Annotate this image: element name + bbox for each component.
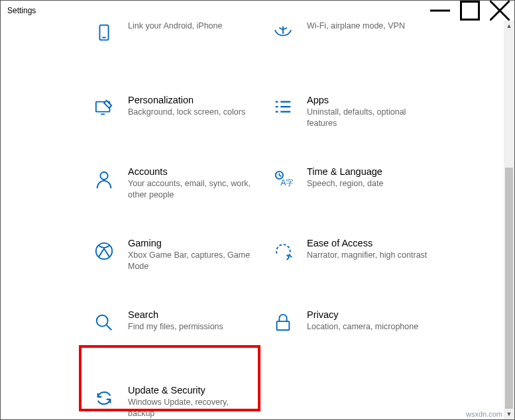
tile-desc: Your accounts, email, sync, work, other …: [128, 178, 254, 201]
tile-time-language[interactable]: A字 Time & Language Speech, region, date: [266, 158, 438, 218]
tile-apps[interactable]: Apps Uninstall, defaults, optional featu…: [266, 87, 438, 146]
tile-desc: Location, camera, microphone: [307, 321, 418, 333]
maximize-button[interactable]: [455, 1, 485, 21]
window-controls: [425, 1, 514, 21]
apps-icon: [271, 96, 295, 120]
close-button[interactable]: [485, 1, 514, 21]
phone-icon: [92, 22, 116, 46]
lock-icon: [271, 311, 295, 335]
watermark: wsxdn.com: [466, 410, 502, 418]
personalization-icon: [92, 96, 116, 120]
tile-personalization[interactable]: Personalization Background, lock screen,…: [87, 87, 259, 146]
tile-network[interactable]: Wi-Fi, airplane mode, VPN: [266, 21, 438, 60]
tile-update-security[interactable]: Update & Security Windows Update, recove…: [87, 377, 259, 420]
globe-icon: [271, 22, 295, 46]
tile-gaming[interactable]: Gaming Xbox Game Bar, captures, Game Mod…: [87, 230, 259, 289]
tile-desc: Link your Android, iPhone: [128, 21, 222, 32]
scrollbar[interactable]: ▲ ▼: [504, 21, 514, 419]
scroll-thumb[interactable]: [505, 168, 513, 409]
settings-grid: Link your Android, iPhone Wi-Fi, airplan…: [87, 21, 484, 420]
tile-desc: Windows Update, recovery, backup: [128, 397, 254, 419]
tile-title: Privacy: [307, 309, 418, 320]
tile-title: Gaming: [128, 238, 254, 248]
window-title: Settings: [7, 6, 36, 15]
svg-text:A字: A字: [280, 178, 293, 187]
tile-phone[interactable]: Link your Android, iPhone: [87, 21, 259, 60]
svg-point-15: [100, 172, 107, 180]
xbox-icon: [92, 239, 116, 263]
tile-desc: Background, lock screen, colors: [128, 107, 245, 118]
svg-line-22: [107, 325, 112, 331]
svg-point-21: [97, 315, 108, 327]
person-icon: [92, 168, 116, 191]
time-language-icon: A字: [271, 168, 295, 191]
tile-desc: Find my files, permissions: [128, 321, 223, 333]
tile-privacy[interactable]: Privacy Location, camera, microphone: [266, 301, 438, 361]
tile-ease-of-access[interactable]: Ease of Access Narrator, magnifier, high…: [266, 230, 438, 289]
tile-title: Personalization: [128, 95, 245, 105]
tile-desc: Wi-Fi, airplane mode, VPN: [307, 21, 405, 32]
svg-rect-23: [277, 321, 290, 330]
titlebar: Settings: [1, 1, 514, 21]
scroll-up-arrow[interactable]: ▲: [504, 21, 514, 31]
svg-rect-1: [461, 2, 479, 20]
search-icon: [92, 311, 116, 335]
tile-title: Search: [128, 309, 223, 320]
ease-of-access-icon: [271, 239, 295, 263]
svg-line-18: [279, 175, 281, 176]
tile-title: Time & Language: [307, 166, 383, 177]
tile-title: Accounts: [128, 166, 254, 177]
sync-icon: [92, 386, 116, 410]
tile-search[interactable]: Search Find my files, permissions: [87, 301, 259, 361]
tile-desc: Speech, region, date: [307, 178, 383, 189]
tile-title: Apps: [307, 95, 433, 105]
settings-content: Link your Android, iPhone Wi-Fi, airplan…: [1, 21, 504, 419]
minimize-button[interactable]: [425, 1, 455, 21]
scroll-down-arrow[interactable]: ▼: [504, 409, 514, 419]
tile-title: Update & Security: [128, 385, 254, 395]
tile-title: Ease of Access: [307, 238, 427, 248]
tile-desc: Xbox Game Bar, captures, Game Mode: [128, 250, 254, 272]
tile-desc: Uninstall, defaults, optional features: [307, 107, 433, 129]
tile-desc: Narrator, magnifier, high contrast: [307, 250, 427, 261]
tile-accounts[interactable]: Accounts Your accounts, email, sync, wor…: [87, 158, 259, 218]
